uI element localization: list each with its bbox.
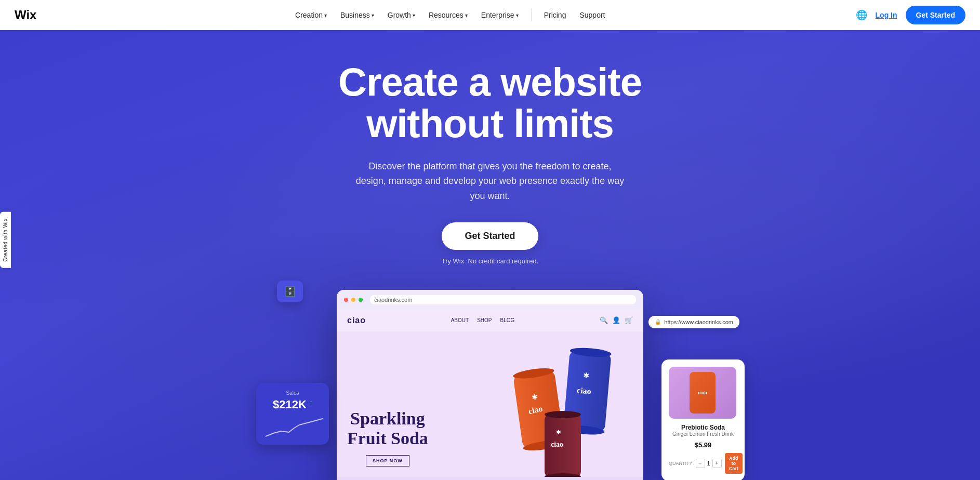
quantity-control: − 1 + [696, 459, 722, 468]
quantity-label: QUANTITY [669, 461, 693, 466]
nav-item-growth[interactable]: Growth ▾ [382, 8, 420, 22]
product-controls: QUANTITY − 1 + Add to Cart [669, 453, 737, 474]
product-card: ciao Prebiotic Soda Ginger Lemon Fresh D… [661, 359, 745, 480]
nav-item-support[interactable]: Support [574, 8, 610, 22]
quantity-decrease-button[interactable]: − [696, 459, 705, 468]
sales-label: Sales [266, 390, 320, 396]
hero-section: Create a website without limits Discover… [0, 0, 980, 480]
sales-arrow-icon: ↑ [310, 399, 312, 405]
nav-item-enterprise[interactable]: Enterprise ▾ [476, 8, 524, 22]
chevron-down-icon: ▾ [324, 12, 327, 18]
lock-icon: 🔒 [655, 319, 661, 325]
nav-item-creation[interactable]: Creation ▾ [290, 8, 332, 22]
product-can-label: ciao [698, 390, 707, 395]
shop-now-button[interactable]: SHOP NOW [366, 455, 409, 466]
cans-illustration: ciao ✱ [498, 331, 643, 477]
ciao-nav-shop: SHOP [477, 317, 492, 323]
navbar: Wix Creation ▾ Business ▾ Growth ▾ Resou… [0, 0, 980, 30]
product-image: ciao [669, 367, 736, 419]
nav-get-started-button[interactable]: Get Started [906, 6, 965, 24]
mockup-section: 🗄️ Sales $212K ↑ 🔒 https://www.ciaodrin [178, 290, 802, 480]
nav-item-resources[interactable]: Resources ▾ [423, 8, 473, 22]
ciao-website-nav: ciao ABOUT SHOP BLOG 🔍 👤 🛒 [337, 310, 643, 331]
nav-item-business[interactable]: Business ▾ [335, 8, 379, 22]
cart-icon: 🛒 [625, 316, 633, 324]
hero-subtitle: Discover the platform that gives you the… [355, 159, 625, 204]
sales-widget: Sales $212K ↑ [256, 383, 329, 445]
search-icon: 🔍 [600, 316, 608, 324]
nav-right: 🌐 Log In Get Started [856, 6, 965, 24]
ciao-nav-links: ABOUT SHOP BLOG [451, 317, 515, 323]
quantity-increase-button[interactable]: + [712, 459, 722, 468]
svg-text:✱: ✱ [556, 429, 561, 436]
chevron-down-icon: ▾ [465, 12, 468, 18]
svg-text:Wix: Wix [15, 8, 37, 22]
database-icon: 🗄️ [284, 286, 296, 297]
hero-cta-button[interactable]: Get Started [442, 222, 538, 250]
hero-title: Create a website without limits [338, 61, 642, 144]
svg-text:✱: ✱ [531, 392, 538, 402]
product-price: $5.99 [669, 441, 737, 449]
browser-expand-dot [359, 298, 363, 302]
svg-point-12 [545, 411, 581, 418]
ciao-nav-blog: BLOG [500, 317, 515, 323]
side-badge[interactable]: Created with Wix [0, 212, 11, 268]
login-link[interactable]: Log In [876, 11, 897, 19]
product-name: Prebiotic Soda [669, 424, 737, 431]
user-icon: 👤 [612, 316, 620, 324]
ciao-logo: ciao [347, 316, 366, 325]
hero-note: Try Wix. No credit card required. [338, 257, 642, 265]
ciao-hero: Sparkling Fruit Soda SHOP NOW [337, 331, 643, 477]
browser-url-bar: ciaodrinks.com [370, 295, 636, 304]
add-to-cart-button[interactable]: Add to Cart [725, 453, 743, 474]
product-can-illustration: ciao [690, 372, 716, 414]
url-pill: 🔒 https://www.ciaodrinks.com [648, 316, 739, 328]
svg-text:ciao: ciao [577, 385, 592, 395]
db-widget: 🗄️ [277, 281, 303, 302]
ciao-text-block: Sparkling Fruit Soda SHOP NOW [347, 409, 428, 477]
svg-text:✱: ✱ [583, 371, 590, 380]
nav-links: Creation ▾ Business ▾ Growth ▾ Resources… [290, 8, 610, 22]
globe-icon[interactable]: 🌐 [856, 9, 867, 21]
sales-chart [266, 417, 320, 437]
browser-bar: ciaodrinks.com [337, 290, 643, 310]
chevron-down-icon: ▾ [372, 12, 374, 18]
hero-content: Create a website without limits Discover… [338, 30, 642, 265]
ciao-headline: Sparkling Fruit Soda [347, 409, 428, 448]
chevron-down-icon: ▾ [413, 12, 415, 18]
svg-text:ciao: ciao [551, 441, 563, 448]
browser-mockup: ciaodrinks.com ciao ABOUT SHOP BLOG 🔍 [337, 290, 643, 480]
sales-value: $212K ↑ [266, 398, 320, 411]
nav-item-pricing[interactable]: Pricing [539, 8, 572, 22]
ciao-nav-about: ABOUT [451, 317, 469, 323]
product-subtitle: Ginger Lemon Fresh Drink [669, 431, 737, 437]
quantity-value: 1 [707, 460, 710, 466]
chevron-down-icon: ▾ [516, 12, 519, 18]
browser-minimize-dot [351, 298, 355, 302]
browser-content: ciao ABOUT SHOP BLOG 🔍 👤 🛒 [337, 310, 643, 480]
nav-divider [531, 9, 532, 21]
browser-close-dot [344, 298, 348, 302]
nav-logo[interactable]: Wix [15, 8, 45, 22]
side-badge-wrapper[interactable]: Created with Wix [0, 212, 11, 268]
ciao-nav-icons: 🔍 👤 🛒 [600, 316, 633, 324]
